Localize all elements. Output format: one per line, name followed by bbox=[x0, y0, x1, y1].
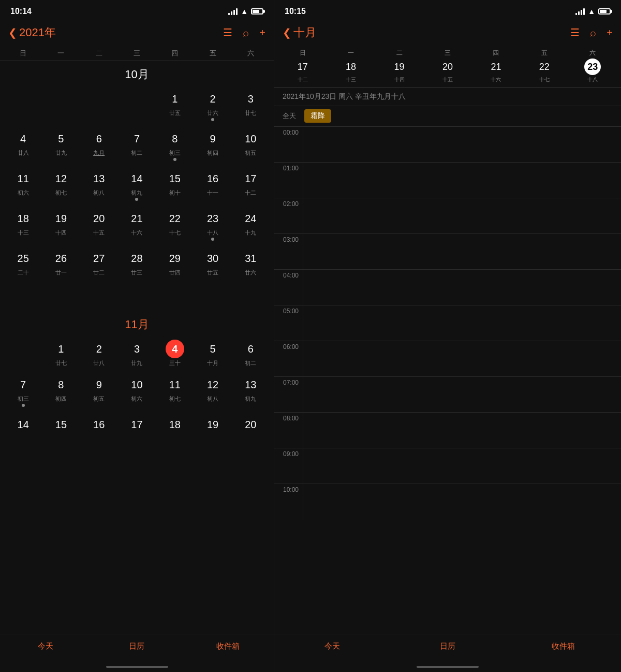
allday-row: 全天 霜降 bbox=[274, 106, 621, 126]
right-status-icons: ▲ bbox=[575, 7, 611, 16]
table-row[interactable]: 3 廿七 bbox=[232, 86, 270, 126]
list-icon-right[interactable]: ☰ bbox=[570, 26, 580, 39]
table-row[interactable]: 19 bbox=[194, 412, 231, 441]
time-label: 06:00 bbox=[274, 341, 303, 350]
week-day-23[interactable]: 六 23 十八 bbox=[569, 47, 617, 87]
table-row[interactable]: 13 初九 bbox=[232, 372, 270, 412]
table-row[interactable]: 31 廿六 bbox=[232, 246, 270, 282]
week-day-21[interactable]: 四 21 十六 bbox=[472, 47, 520, 87]
table-row[interactable]: 6 九月 bbox=[80, 126, 118, 166]
time-content bbox=[303, 234, 621, 269]
table-row bbox=[4, 337, 42, 372]
table-row[interactable]: 10 初六 bbox=[118, 372, 156, 412]
tab-inbox-right[interactable]: 收件箱 bbox=[506, 641, 621, 651]
table-row[interactable]: 1 廿七 bbox=[42, 337, 80, 372]
table-row[interactable]: 26 廿一 bbox=[42, 246, 80, 282]
table-row[interactable]: 18 十三 bbox=[4, 206, 42, 246]
table-row[interactable]: 12 初八 bbox=[194, 372, 231, 412]
weekday-header: 日 一 二 三 四 五 六 bbox=[0, 47, 274, 61]
time-content bbox=[303, 413, 621, 448]
event-dot bbox=[211, 118, 214, 121]
time-label: 05:00 bbox=[274, 305, 303, 315]
table-row bbox=[80, 86, 118, 126]
table-row[interactable]: 25 二十 bbox=[4, 246, 42, 282]
week-day-19[interactable]: 二 19 十四 bbox=[375, 47, 423, 87]
tab-today-right[interactable]: 今天 bbox=[274, 641, 390, 651]
time-slot-0700: 07:00 bbox=[274, 376, 621, 412]
left-back-button[interactable]: ❮ 2021年 bbox=[8, 25, 56, 40]
time-slot-0000: 00:00 bbox=[274, 126, 621, 162]
table-row[interactable]: 24 十九 bbox=[232, 206, 270, 246]
right-home-indicator bbox=[274, 662, 621, 672]
right-panel: 10:15 ▲ ❮ 十月 ☰ ⌕ + 日 17 bbox=[274, 0, 621, 672]
table-row[interactable]: 2 廿六 bbox=[194, 86, 231, 126]
table-row[interactable]: 14 初九 bbox=[118, 166, 156, 206]
table-row[interactable]: 4 廿八 bbox=[4, 126, 42, 166]
event-dot bbox=[22, 404, 25, 407]
table-row[interactable]: 15 bbox=[42, 412, 80, 441]
week-day-22[interactable]: 五 22 十七 bbox=[520, 47, 568, 87]
table-row[interactable]: 29 廿四 bbox=[156, 246, 194, 282]
table-row[interactable]: 12 初七 bbox=[42, 166, 80, 206]
allday-event-霜降[interactable]: 霜降 bbox=[304, 109, 331, 123]
table-row[interactable]: 23 十八 bbox=[194, 206, 231, 246]
tab-calendar-left[interactable]: 日历 bbox=[91, 641, 182, 651]
right-tab-bar: 今天 日历 收件箱 bbox=[274, 635, 621, 662]
table-row[interactable]: 21 十六 bbox=[118, 206, 156, 246]
tab-today-left[interactable]: 今天 bbox=[0, 641, 91, 651]
time-label: 01:00 bbox=[274, 163, 303, 172]
tab-calendar-right[interactable]: 日历 bbox=[390, 641, 505, 651]
table-row[interactable]: 10 初五 bbox=[232, 126, 270, 166]
time-label: 08:00 bbox=[274, 413, 303, 422]
table-row[interactable]: 15 初十 bbox=[156, 166, 194, 206]
table-row[interactable]: 20 十五 bbox=[80, 206, 118, 246]
table-row[interactable]: 7 初三 bbox=[4, 372, 42, 412]
table-row[interactable]: 5 廿九 bbox=[42, 126, 80, 166]
table-row[interactable]: 8 初三 bbox=[156, 126, 194, 166]
table-row[interactable]: 27 廿二 bbox=[80, 246, 118, 282]
tab-inbox-left[interactable]: 收件箱 bbox=[183, 641, 274, 651]
add-icon[interactable]: + bbox=[259, 27, 265, 39]
table-row[interactable]: 17 十二 bbox=[232, 166, 270, 206]
table-row[interactable]: 16 bbox=[80, 412, 118, 441]
table-row[interactable]: 8 初四 bbox=[42, 372, 80, 412]
add-icon-right[interactable]: + bbox=[607, 27, 613, 39]
weekday-fri: 五 bbox=[194, 47, 231, 60]
search-icon[interactable]: ⌕ bbox=[243, 27, 249, 39]
table-row[interactable]: 20 bbox=[232, 412, 270, 441]
week-day-20[interactable]: 三 20 十五 bbox=[423, 47, 471, 87]
weekday-sat: 六 bbox=[232, 47, 270, 60]
table-row[interactable]: 13 初八 bbox=[80, 166, 118, 206]
table-row[interactable]: 2 廿八 bbox=[80, 337, 118, 372]
table-row[interactable]: 28 廿三 bbox=[118, 246, 156, 282]
list-icon[interactable]: ☰ bbox=[223, 26, 232, 39]
table-row[interactable]: 19 十四 bbox=[42, 206, 80, 246]
time-content bbox=[303, 198, 621, 233]
table-row[interactable]: 11 初七 bbox=[156, 372, 194, 412]
table-row[interactable]: 30 廿五 bbox=[194, 246, 231, 282]
week-day-17[interactable]: 日 17 十二 bbox=[278, 47, 327, 87]
table-row[interactable]: 22 十七 bbox=[156, 206, 194, 246]
table-row[interactable]: 9 初五 bbox=[80, 372, 118, 412]
table-row[interactable]: 6 初二 bbox=[232, 337, 270, 372]
right-back-button[interactable]: ❮ 十月 bbox=[283, 25, 316, 40]
table-row[interactable]: 7 初二 bbox=[118, 126, 156, 166]
table-row[interactable]: 3 廿九 bbox=[118, 337, 156, 372]
table-row[interactable]: 5 十月 bbox=[194, 337, 231, 372]
right-nav-actions: ☰ ⌕ + bbox=[570, 26, 613, 39]
table-row[interactable]: 16 十一 bbox=[194, 166, 231, 206]
time-slot-0800: 08:00 bbox=[274, 412, 621, 448]
table-row[interactable]: 18 bbox=[156, 412, 194, 441]
table-row[interactable]: 17 bbox=[118, 412, 156, 441]
week-day-18[interactable]: 一 18 十三 bbox=[327, 47, 375, 87]
calendar-scroll[interactable]: 10月 1 廿五 2 廿六 bbox=[0, 61, 274, 635]
table-row[interactable]: 1 廿五 bbox=[156, 86, 194, 126]
table-row[interactable]: 4 三十 bbox=[156, 337, 194, 372]
date-title: 2021年10月23日 周六 辛丑年九月十八 bbox=[274, 88, 621, 106]
table-row bbox=[80, 282, 118, 311]
search-icon-right[interactable]: ⌕ bbox=[590, 27, 596, 39]
table-row[interactable]: 9 初四 bbox=[194, 126, 231, 166]
time-scroll[interactable]: 00:00 01:00 02:00 03:00 04:00 05:00 06:0… bbox=[274, 126, 621, 635]
table-row[interactable]: 14 bbox=[4, 412, 42, 441]
table-row[interactable]: 11 初六 bbox=[4, 166, 42, 206]
